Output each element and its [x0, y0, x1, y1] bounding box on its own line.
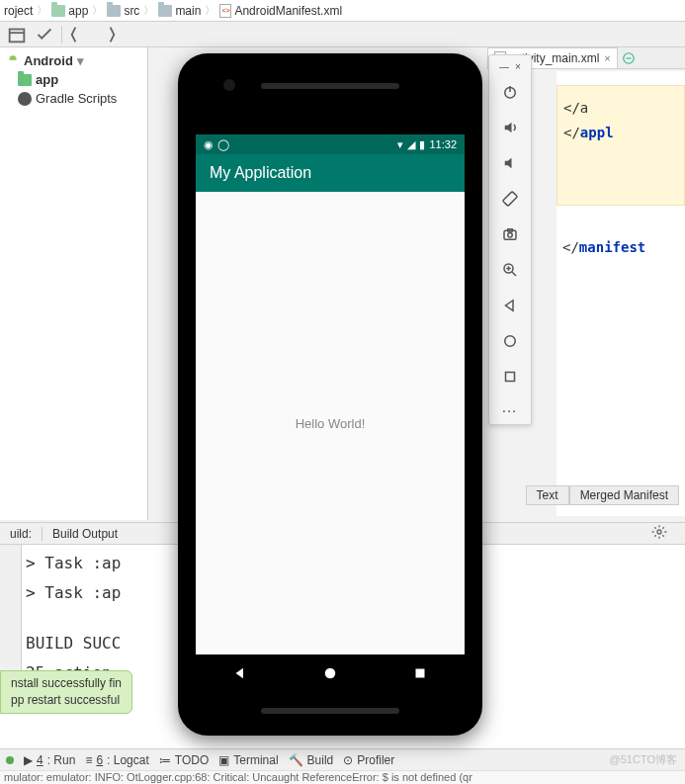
toolbar-button[interactable]: [96, 24, 118, 45]
nav-home[interactable]: [321, 664, 339, 685]
status-icon: ◯: [217, 138, 229, 151]
xml-file-icon: <>: [219, 4, 231, 18]
sidebar-header[interactable]: Android ▾: [0, 51, 147, 70]
android-app-bar: My Application: [196, 154, 465, 192]
toolbar-button[interactable]: [34, 24, 55, 45]
close-button[interactable]: ×: [515, 61, 521, 72]
breadcrumb: roject 〉 app 〉 src 〉 main 〉 <>AndroidMan…: [0, 0, 685, 22]
svg-point-17: [505, 336, 516, 347]
power-button[interactable]: [492, 74, 528, 110]
logcat-tool[interactable]: ≡ 6: Logcat: [85, 753, 148, 767]
app-content: Hello World!: [196, 192, 465, 654]
settings-icon[interactable]: [642, 524, 677, 543]
svg-marker-16: [506, 301, 514, 311]
status-icon: ◉: [204, 138, 214, 151]
terminal-tool[interactable]: ▣ Terminal: [218, 753, 278, 767]
folder-icon: [158, 5, 172, 17]
breadcrumb-item[interactable]: roject: [4, 4, 33, 18]
tree-item-label: Gradle Scripts: [36, 91, 117, 106]
emulator-device: ◉ ◯ ▾ ◢ ▮ 11:32 My Application Hello Wor…: [178, 53, 482, 736]
tab-overflow[interactable]: [618, 47, 640, 68]
project-sidebar: Android ▾ app Gradle Scripts: [0, 47, 148, 520]
svg-point-10: [508, 233, 513, 238]
chevron-right-icon: 〉: [37, 3, 47, 18]
status-time: 11:32: [429, 138, 457, 150]
tree-item-gradle[interactable]: Gradle Scripts: [0, 89, 147, 108]
svg-point-2: [11, 57, 12, 58]
breadcrumb-item[interactable]: app: [51, 4, 88, 18]
android-status-bar: ◉ ◯ ▾ ◢ ▮ 11:32: [196, 134, 465, 154]
status-line: mulator: emulator: INFO: OtLogger.cpp:68…: [0, 770, 685, 784]
notification-toast[interactable]: nstall successfully fin pp restart succe…: [0, 670, 132, 714]
tab-text[interactable]: Text: [526, 485, 569, 505]
svg-line-13: [512, 272, 516, 276]
nav-recent[interactable]: [411, 664, 429, 685]
back-button[interactable]: [492, 288, 528, 323]
emulator-titlebar: — ×: [499, 59, 521, 74]
screenshot-button[interactable]: [492, 217, 528, 252]
tree-item-app[interactable]: app: [0, 70, 147, 89]
hello-text: Hello World!: [296, 416, 366, 431]
toast-line: pp restart successful: [11, 692, 122, 709]
dropdown-icon[interactable]: ▾: [77, 53, 84, 68]
module-icon: [51, 5, 65, 17]
code-line: </a: [563, 96, 678, 121]
toolbar-button[interactable]: [6, 24, 28, 45]
sidebar-header-label: Android: [24, 53, 73, 68]
breadcrumb-item[interactable]: <>AndroidManifest.xml: [219, 4, 342, 18]
close-icon[interactable]: ×: [604, 52, 610, 64]
folder-icon: [107, 5, 121, 17]
build-label: uild:: [0, 527, 42, 541]
main-toolbar: [0, 22, 685, 47]
volume-down-button[interactable]: [492, 145, 528, 181]
build-tool[interactable]: 🔨 Build: [289, 753, 334, 767]
zoom-button[interactable]: [492, 252, 528, 288]
toast-line: nstall successfully fin: [11, 675, 122, 692]
chevron-right-icon: 〉: [205, 3, 215, 18]
todo-tool[interactable]: ≔ TODO: [159, 753, 209, 767]
code-editor[interactable]: </a </appl </manifest: [557, 71, 685, 516]
svg-marker-19: [236, 667, 244, 678]
wifi-icon: ▾: [397, 138, 403, 151]
android-nav-bar: [196, 654, 465, 694]
toolbar-button[interactable]: [68, 24, 90, 45]
separator: [61, 26, 62, 44]
phone-speaker: [261, 83, 399, 89]
more-button[interactable]: …: [501, 394, 519, 420]
svg-rect-8: [503, 192, 518, 207]
minimize-button[interactable]: —: [499, 61, 509, 72]
code-line: </manifest: [557, 235, 685, 260]
battery-icon: ▮: [419, 138, 425, 151]
run-tool[interactable]: ▶ 4: Run: [24, 753, 75, 767]
svg-point-3: [14, 57, 15, 58]
svg-point-22: [657, 530, 661, 534]
bottom-toolbar: ▶ 4: Run ≡ 6: Logcat ≔ TODO ▣ Terminal 🔨…: [0, 748, 685, 770]
svg-point-20: [325, 667, 336, 678]
home-button[interactable]: [492, 323, 528, 359]
svg-rect-18: [506, 373, 515, 382]
code-line: </appl: [563, 121, 678, 145]
build-tab[interactable]: Build Output: [42, 527, 128, 541]
editor-mode-tabs: Text Merged Manifest: [526, 484, 679, 504]
status-indicator: [6, 756, 14, 764]
tab-merged-manifest[interactable]: Merged Manifest: [569, 485, 679, 505]
profiler-tool[interactable]: ⊙ Profiler: [343, 753, 394, 767]
rotate-button[interactable]: [492, 181, 528, 217]
phone-screen[interactable]: ◉ ◯ ▾ ◢ ▮ 11:32 My Application Hello Wor…: [196, 134, 465, 654]
svg-rect-21: [415, 668, 424, 677]
nav-back[interactable]: [231, 664, 249, 685]
module-folder-icon: [18, 74, 32, 86]
chevron-right-icon: 〉: [143, 3, 154, 18]
app-title: My Application: [210, 164, 311, 182]
volume-up-button[interactable]: [492, 110, 528, 145]
breadcrumb-item[interactable]: src: [107, 4, 139, 18]
breadcrumb-item[interactable]: main: [158, 4, 201, 18]
tree-item-label: app: [36, 72, 58, 87]
emulator-toolbar: — × …: [488, 54, 532, 425]
svg-rect-0: [10, 29, 25, 42]
phone-speaker: [261, 708, 399, 714]
overview-button[interactable]: [492, 359, 528, 394]
chevron-right-icon: 〉: [92, 3, 103, 18]
phone-camera: [223, 79, 235, 91]
gradle-icon: [18, 92, 32, 106]
